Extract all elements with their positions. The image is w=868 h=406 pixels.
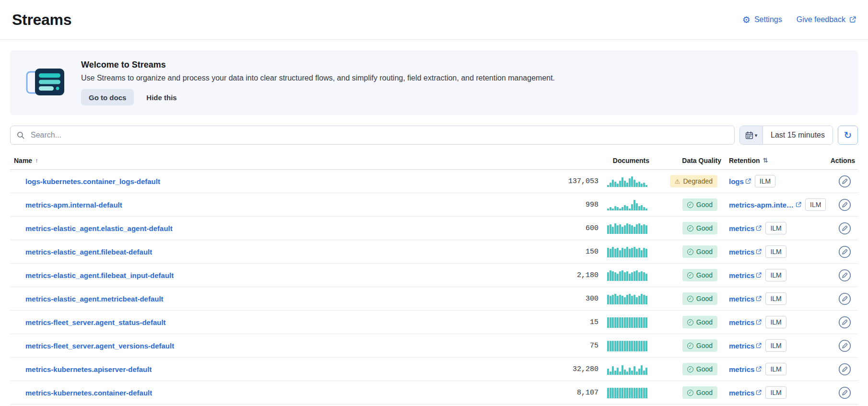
search-input[interactable] — [30, 130, 728, 140]
header-actions: ⚙ Settings Give feedback — [742, 15, 856, 24]
table-row: metrics-elastic_agent.metricbeat-default… — [10, 287, 858, 311]
documents-count: 75 — [590, 342, 598, 350]
welcome-panel: Welcome to Streams Use Streams to organi… — [10, 50, 858, 115]
edit-pencil-icon — [838, 316, 851, 329]
table-row: metrics-apm.internal-default 998 ⚠ ✓ Goo… — [10, 193, 858, 217]
column-header-actions: Actions — [831, 157, 855, 164]
check-circle-icon: ✓ — [687, 343, 693, 349]
external-link-icon — [756, 366, 762, 372]
stream-name-link[interactable]: metrics-kubernetes.container-default — [25, 389, 152, 397]
documents-count: 600 — [586, 224, 598, 232]
edit-stream-button[interactable] — [838, 245, 851, 258]
quality-label: Good — [696, 342, 713, 349]
external-link-icon — [756, 225, 762, 231]
stream-name-link[interactable]: metrics-elastic_agent.metricbeat-default — [25, 295, 164, 303]
feedback-label: Give feedback — [797, 15, 845, 24]
table-row: metrics-fleet_server.agent_versions-defa… — [10, 334, 858, 358]
quality-badge: ⚠ ✓ Good — [682, 339, 717, 352]
stream-name-link[interactable]: logs-kubernetes.container_logs-default — [25, 177, 160, 186]
sparkline — [607, 222, 649, 234]
edit-stream-button[interactable] — [838, 198, 851, 211]
edit-stream-button[interactable] — [838, 339, 851, 352]
retention-link[interactable]: metrics — [729, 389, 762, 397]
hide-this-button[interactable]: Hide this — [146, 89, 176, 105]
retention-link[interactable]: metrics — [729, 342, 762, 350]
quality-label: Good — [696, 201, 713, 209]
stream-name-link[interactable]: metrics-fleet_server.agent_status-defaul… — [25, 318, 166, 326]
edit-pencil-icon — [838, 245, 851, 258]
external-link-icon — [756, 343, 762, 348]
retention-link[interactable]: metrics — [729, 224, 762, 232]
retention-link[interactable]: metrics — [729, 318, 762, 326]
external-link-icon — [756, 296, 762, 302]
sparkline — [607, 199, 649, 210]
welcome-content: Welcome to Streams Use Streams to organi… — [81, 60, 555, 105]
settings-link[interactable]: ⚙ Settings — [742, 15, 782, 24]
column-header-data-quality: Data Quality — [682, 157, 721, 164]
stream-name-link[interactable]: metrics-elastic_agent.filebeat-default — [25, 248, 152, 256]
retention-link[interactable]: metrics — [729, 295, 762, 303]
search-icon — [16, 131, 25, 139]
retention-link-label: metrics — [729, 389, 754, 397]
edit-pencil-icon — [838, 175, 851, 188]
external-link-icon — [849, 16, 856, 23]
refresh-button[interactable]: ↻ — [838, 126, 858, 145]
stream-name-link[interactable]: metrics-elastic_agent.filebeat_input-def… — [25, 271, 174, 279]
documents-count: 300 — [586, 295, 598, 303]
retention-badge: ILM — [765, 386, 786, 399]
edit-stream-button[interactable] — [838, 222, 851, 235]
edit-stream-button[interactable] — [838, 175, 851, 188]
retention-link[interactable]: metrics — [729, 271, 762, 279]
retention-link-label: metrics — [729, 248, 754, 256]
quality-label: Good — [696, 224, 713, 232]
date-picker: ▾ Last 15 minutes — [739, 126, 833, 145]
retention-badge: ILM — [765, 363, 786, 375]
column-header-name[interactable]: Name ↑ — [14, 157, 38, 164]
go-to-docs-button[interactable]: Go to docs — [81, 89, 134, 105]
stream-name-link[interactable]: metrics-apm.internal-default — [25, 201, 122, 209]
documents-count: 8,107 — [577, 389, 598, 397]
table-row: metrics-elastic_agent.filebeat_input-def… — [10, 264, 858, 287]
external-link-icon — [756, 390, 762, 395]
warning-icon: ⚠ — [675, 178, 680, 185]
retention-link[interactable]: logs — [729, 177, 751, 186]
edit-pencil-icon — [838, 222, 851, 235]
edit-stream-button[interactable] — [838, 316, 851, 329]
retention-link[interactable]: metrics — [729, 365, 762, 373]
sparkline — [607, 363, 649, 375]
give-feedback-link[interactable]: Give feedback — [797, 15, 856, 24]
settings-label: Settings — [754, 15, 782, 24]
time-range-button[interactable]: Last 15 minutes — [763, 126, 833, 144]
quality-badge: ⚠ ✓ Good — [682, 386, 717, 399]
stream-name-link[interactable]: metrics-kubernetes.apiserver-default — [25, 365, 152, 373]
external-link-icon — [756, 272, 762, 278]
column-header-retention[interactable]: Retention ⇅ — [729, 157, 768, 164]
retention-badge: ILM — [765, 269, 786, 281]
table-row: metrics-elastic_agent.filebeat-default 1… — [10, 240, 858, 264]
retention-link[interactable]: metrics-apm.internal-default — [729, 201, 801, 209]
retention-link-label: logs — [729, 177, 744, 186]
documents-count: 32,280 — [573, 365, 598, 373]
edit-stream-button[interactable] — [838, 292, 851, 305]
retention-link-label: metrics — [729, 342, 754, 350]
quality-badge: ⚠ ✓ Good — [682, 269, 717, 281]
edit-stream-button[interactable] — [838, 269, 851, 282]
check-circle-icon: ✓ — [687, 272, 693, 278]
stream-name-link[interactable]: metrics-elastic_agent.elastic_agent-defa… — [25, 224, 173, 232]
check-circle-icon: ✓ — [687, 390, 693, 396]
documents-count: 998 — [586, 201, 598, 209]
quick-select-button[interactable]: ▾ — [740, 126, 763, 144]
edit-stream-button[interactable] — [838, 386, 851, 399]
stream-name-link[interactable]: metrics-fleet_server.agent_versions-defa… — [25, 342, 174, 350]
documents-count: 150 — [586, 248, 598, 256]
edit-stream-button[interactable] — [838, 363, 851, 376]
toolbar: ▾ Last 15 minutes ↻ — [10, 126, 858, 145]
retention-link[interactable]: metrics — [729, 248, 762, 256]
quality-badge: ⚠ ✓ Good — [682, 316, 717, 328]
retention-link-label: metrics — [729, 295, 754, 303]
sparkline — [607, 316, 649, 328]
retention-badge: ILM — [765, 292, 786, 305]
quality-label: Good — [696, 248, 713, 255]
retention-badge: ILM — [765, 339, 786, 352]
sparkline — [607, 387, 649, 398]
